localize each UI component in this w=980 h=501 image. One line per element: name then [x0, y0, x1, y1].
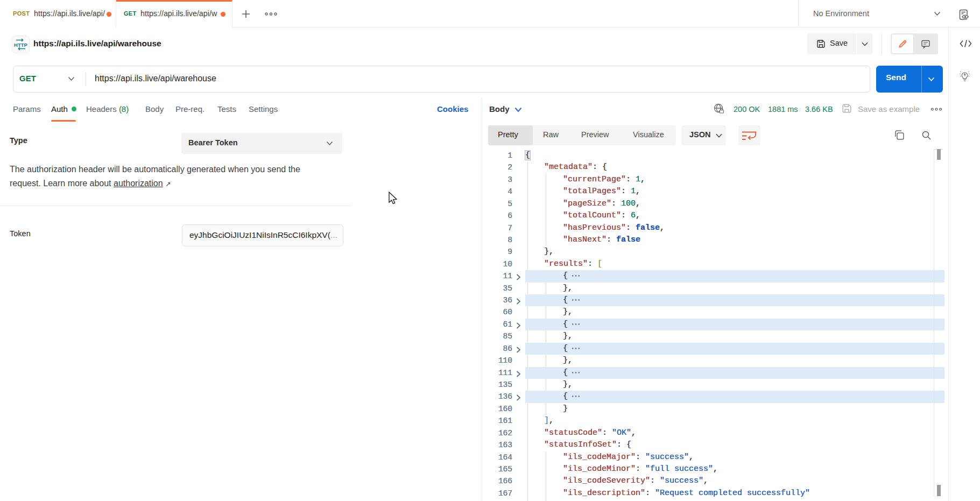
svg-text:HTTP: HTTP — [14, 42, 27, 48]
